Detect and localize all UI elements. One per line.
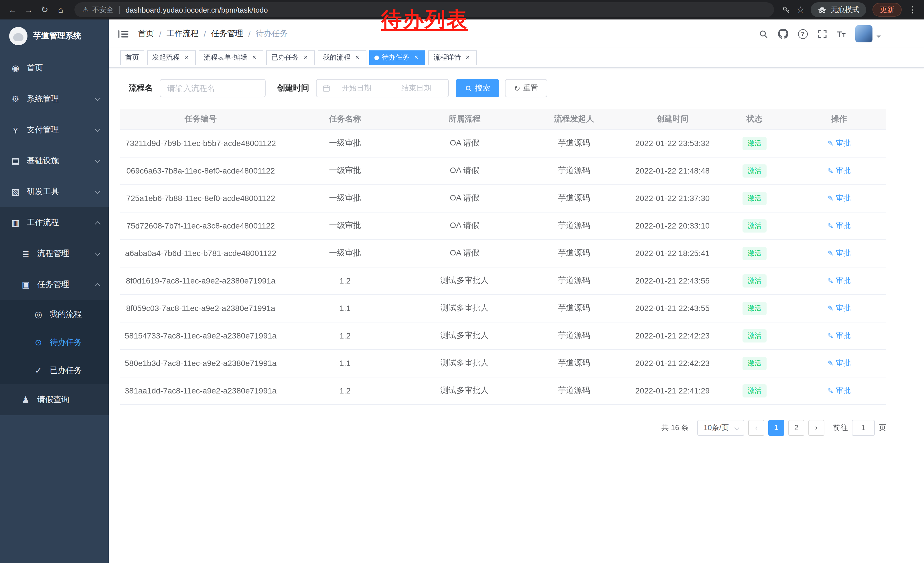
sidebar-item-home[interactable]: ◉首页 xyxy=(0,53,109,84)
tab-close-icon[interactable]: × xyxy=(464,54,472,62)
approve-link[interactable]: ✎审批 xyxy=(827,138,851,148)
tab-my-process[interactable]: 我的流程× xyxy=(318,50,366,65)
chevron-down-icon xyxy=(95,188,100,194)
tab-close-icon[interactable]: × xyxy=(250,54,258,62)
sidebar-item-devtools[interactable]: ▧研发工具 xyxy=(0,176,109,207)
tab-close-icon[interactable]: × xyxy=(183,54,190,62)
cell-task-id: 069c6a63-7b8a-11ec-8ef0-acde48001122 xyxy=(120,157,281,185)
update-button[interactable]: 更新 xyxy=(873,3,902,17)
cell-created-time: 2022-01-22 18:25:41 xyxy=(628,239,717,267)
page-button-2[interactable]: 2 xyxy=(788,419,804,435)
sidebar-item-task-management[interactable]: ▣任务管理 xyxy=(0,269,109,300)
main-panel: 首页/工作流程/任务管理/待办任务 ? TT xyxy=(109,20,924,563)
page-size-select[interactable]: 10条/页 xyxy=(697,419,744,435)
star-icon[interactable]: ☆ xyxy=(796,5,804,15)
prev-page-button[interactable]: ‹ xyxy=(748,419,764,435)
approve-link[interactable]: ✎审批 xyxy=(827,358,851,368)
approve-label: 审批 xyxy=(836,248,851,258)
goto-page-input[interactable] xyxy=(852,419,875,435)
table-row: 75d72608-7b7f-11ec-a3c8-acde48001122一级审批… xyxy=(120,212,886,239)
sidebar-item-process-management[interactable]: ≣流程管理 xyxy=(0,238,109,269)
status-badge: 激活 xyxy=(742,384,766,397)
tab-close-icon[interactable]: × xyxy=(302,54,310,62)
approve-link[interactable]: ✎审批 xyxy=(827,248,851,258)
dashboard-icon: ◉ xyxy=(10,63,21,73)
sidebar-item-system[interactable]: ⚙系统管理 xyxy=(0,84,109,114)
tab-close-icon[interactable]: × xyxy=(353,54,361,62)
tab-start-process[interactable]: 发起流程× xyxy=(147,50,196,65)
cell-process: 测试多审批人 xyxy=(409,349,520,377)
approve-label: 审批 xyxy=(836,193,851,203)
cell-initiator: 芋道源码 xyxy=(520,185,628,212)
process-name-input[interactable] xyxy=(160,79,266,98)
sidebar-item-infrastructure[interactable]: ▤基础设施 xyxy=(0,146,109,176)
browser-toolbar: ← → ↻ ⌂ ⚠ 不安全 dashboard.yudao.iocoder.cn… xyxy=(0,0,924,20)
address-separator xyxy=(119,6,120,14)
tab-close-icon[interactable]: × xyxy=(412,54,420,62)
sidebar-item-label: 首页 xyxy=(27,63,100,73)
fullscreen-icon[interactable] xyxy=(817,29,827,39)
tab-home[interactable]: 首页 xyxy=(120,50,144,65)
tab-done-tasks[interactable]: 已办任务× xyxy=(266,50,315,65)
approve-link[interactable]: ✎审批 xyxy=(827,221,851,231)
breadcrumb-item[interactable]: 首页 xyxy=(138,29,154,39)
next-page-button[interactable]: › xyxy=(808,419,824,435)
active-tab-dot-icon xyxy=(374,55,379,60)
sidebar-item-my-process[interactable]: ◎我的流程 xyxy=(0,300,109,328)
incognito-badge: 无痕模式 xyxy=(811,2,866,17)
column-header: 状态 xyxy=(717,109,792,129)
breadcrumb-item[interactable]: 任务管理 xyxy=(211,29,243,39)
back-icon[interactable]: ← xyxy=(4,0,21,20)
tab-todo-tasks[interactable]: 待办任务× xyxy=(369,50,425,65)
chevron-down-icon xyxy=(95,126,100,132)
sidebar-item-workflow[interactable]: ▥工作流程 xyxy=(0,207,109,238)
column-header: 流程发起人 xyxy=(520,109,628,129)
total-count: 共 16 条 xyxy=(661,422,688,433)
collapse-sidebar-icon[interactable] xyxy=(118,29,129,39)
github-icon[interactable] xyxy=(778,29,788,39)
filter-bar: 流程名 创建时间 开始日期 - 结束日期 xyxy=(120,79,886,98)
cell-process: 测试多审批人 xyxy=(409,294,520,322)
approve-link[interactable]: ✎审批 xyxy=(827,275,851,286)
cell-created-time: 2022-01-21 22:43:55 xyxy=(628,294,717,322)
cell-status: 激活 xyxy=(717,322,792,349)
status-badge: 激活 xyxy=(742,219,766,232)
sidebar: 芋道管理系统 ◉首页⚙系统管理¥支付管理▤基础设施▧研发工具▥工作流程≣流程管理… xyxy=(0,20,109,563)
tab-label: 首页 xyxy=(125,53,139,62)
question-icon[interactable]: ? xyxy=(798,29,807,39)
font-size-icon[interactable]: TT xyxy=(837,29,846,39)
sidebar-item-todo-tasks[interactable]: ⊙待办任务 xyxy=(0,328,109,356)
sidebar-item-done-tasks[interactable]: ✓已办任务 xyxy=(0,356,109,384)
refresh-icon[interactable]: ↻ xyxy=(37,0,52,20)
more-menu-icon[interactable]: ⋮ xyxy=(908,5,917,15)
end-date-placeholder: 结束日期 xyxy=(390,83,442,93)
search-button[interactable]: 搜索 xyxy=(456,79,499,98)
chevron-down-icon xyxy=(95,157,100,163)
cell-task-id: 725a1eb6-7b88-11ec-8ef0-acde48001122 xyxy=(120,185,281,212)
home-icon[interactable]: ⌂ xyxy=(52,0,69,20)
reset-button[interactable]: ↻ 重置 xyxy=(505,79,547,98)
avatar[interactable] xyxy=(855,25,873,42)
cell-created-time: 2022-01-22 21:48:48 xyxy=(628,157,717,185)
sidebar-item-payment[interactable]: ¥支付管理 xyxy=(0,114,109,146)
tab-process-detail[interactable]: 流程详情× xyxy=(428,50,477,65)
cell-status: 激活 xyxy=(717,267,792,294)
approve-link[interactable]: ✎审批 xyxy=(827,303,851,313)
approve-link[interactable]: ✎审批 xyxy=(827,165,851,176)
sidebar-item-leave-query[interactable]: ♟请假查询 xyxy=(0,384,109,415)
edit-icon: ✎ xyxy=(827,359,834,368)
key-icon[interactable] xyxy=(782,6,790,14)
date-range-picker[interactable]: 开始日期 - 结束日期 xyxy=(316,79,449,98)
address-bar[interactable]: ⚠ 不安全 dashboard.yudao.iocoder.cn/bpm/tas… xyxy=(74,2,774,17)
tab-form-edit[interactable]: 流程表单-编辑× xyxy=(199,50,263,65)
approve-link[interactable]: ✎审批 xyxy=(827,330,851,341)
search-icon[interactable] xyxy=(758,29,768,39)
page-button-1[interactable]: 1 xyxy=(768,419,784,435)
breadcrumb-item[interactable]: 工作流程 xyxy=(166,29,199,39)
approve-link[interactable]: ✎审批 xyxy=(827,193,851,203)
browser-right-controls: ☆ 无痕模式 更新 ⋮ xyxy=(780,2,920,17)
approve-link[interactable]: ✎审批 xyxy=(827,386,851,396)
forward-icon[interactable]: → xyxy=(21,0,37,20)
app-logo[interactable]: 芋道管理系统 xyxy=(0,20,109,53)
sidebar-item-label: 请假查询 xyxy=(37,395,100,405)
